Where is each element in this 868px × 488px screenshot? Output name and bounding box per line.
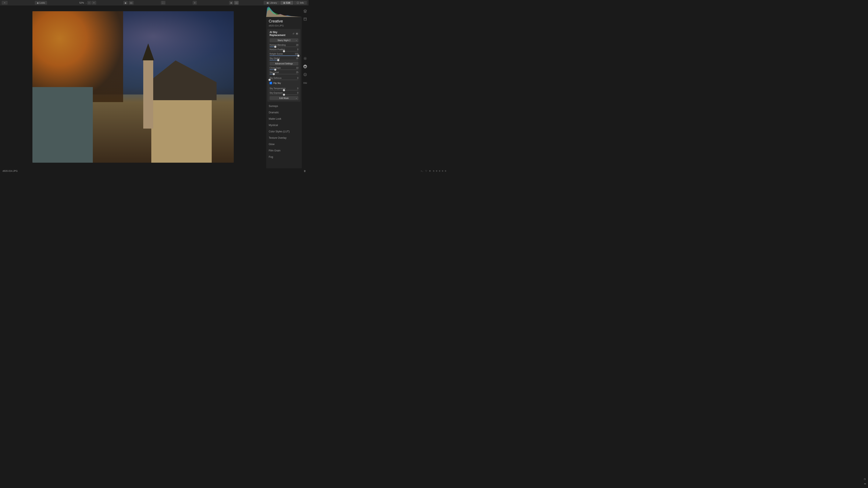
zoom-level[interactable]: 52% [79, 1, 85, 4]
tool-item-color-styles-lut-[interactable]: Color Styles (LUT) [266, 128, 302, 135]
bottom-filename: d920-014.JPG [3, 170, 18, 172]
info-icon: ⓘ [297, 1, 299, 4]
image-canvas[interactable] [0, 5, 266, 168]
canvas-icon[interactable] [303, 17, 307, 21]
histogram[interactable] [266, 5, 302, 17]
single-view-button[interactable]: ▭ [234, 1, 239, 5]
tool-item-sunrays[interactable]: Sunrays [266, 103, 302, 109]
tool-item-film-grain[interactable]: Film Grain [266, 148, 302, 154]
tab-info[interactable]: ⓘInfo [294, 1, 307, 5]
grid-icon: ⊞ [230, 2, 232, 4]
edit-mask-button[interactable]: Edit Mask [270, 96, 299, 100]
top-toolbar: ＋ ◉ Looks 52% ⌄ − ＋ ◉ ▯▯ ⛶ ⇪ ⊞ ▭ ▦Librar… [0, 0, 309, 5]
zoom-out-button[interactable]: − [87, 1, 91, 5]
trash-icon[interactable]: 🗑 [304, 170, 306, 172]
tool-item-matte-look[interactable]: Matte Look [266, 116, 302, 122]
sky-panel-title: AI Sky Replacement [270, 31, 292, 37]
slider-horizon-position[interactable]: Horizon Position0 [270, 48, 299, 52]
add-button[interactable]: ＋ [2, 1, 8, 5]
looks-button[interactable]: ◉ Looks [35, 1, 47, 5]
tab-library[interactable]: ▦Library [264, 1, 280, 5]
sky-preset-dropdown[interactable]: Starry Night 2 [270, 38, 299, 42]
crop-icon: ⛶ [162, 2, 164, 4]
svg-point-8 [305, 74, 305, 74]
library-icon: ▦ [267, 1, 269, 4]
panel-title: Creative [266, 17, 302, 24]
reset-icon[interactable]: ↺ [292, 32, 294, 35]
tool-item-texture-overlay[interactable]: Texture Overlay [266, 135, 302, 141]
svg-point-9 [306, 74, 306, 74]
export-icon: ⇪ [194, 2, 195, 4]
grid-view-button[interactable]: ⊞ [229, 1, 233, 5]
layers-icon[interactable] [303, 9, 307, 13]
pro-icon[interactable]: PRO [303, 80, 307, 85]
svg-point-7 [304, 73, 307, 76]
compare-button[interactable]: ▯▯ [129, 1, 134, 5]
zoom-in-button[interactable]: ＋ [92, 1, 96, 5]
eye-icon: ◉ [125, 2, 126, 4]
svg-rect-0 [304, 18, 306, 20]
bottom-bar: d920-014.JPG ○⌄ ♡ ✕ ★★★★★ 🗑 [0, 168, 309, 173]
tool-item-dramatic[interactable]: Dramatic [266, 109, 302, 116]
single-icon: ▭ [236, 2, 237, 4]
crop-button[interactable]: ⛶ [161, 1, 165, 5]
slider-relight-scene[interactable]: Relight Scene100 [270, 53, 299, 56]
svg-point-4 [304, 66, 305, 66]
ai-sky-replacement-panel: AI Sky Replacement ↺ ● Starry Night 2 Ho… [268, 29, 301, 102]
slider-sky-temperature[interactable]: Sky Temperature0 [270, 87, 299, 91]
tool-item-glow[interactable]: Glow [266, 141, 302, 148]
flip-sky-checkbox-row[interactable]: ✓ Flip Sky [270, 82, 299, 84]
slider-sky-defocus[interactable]: Sky Defocus0 [270, 77, 299, 80]
edited-image [32, 11, 234, 163]
compare-icon: ▯▯ [130, 2, 132, 4]
looks-label: Looks [39, 2, 45, 4]
tool-item-fog[interactable]: Fog [266, 154, 302, 160]
slider-close-gaps[interactable]: Close Gaps10 [270, 67, 299, 70]
essentials-icon[interactable] [303, 56, 307, 61]
panel-filename: d920-014.JPG [266, 24, 302, 29]
looks-icon: ◉ [37, 2, 39, 4]
advanced-settings-header[interactable]: Advanced Settings [270, 62, 299, 65]
flip-sky-checkbox[interactable]: ✓ [270, 82, 272, 84]
side-tool-rail: PRO [302, 5, 309, 168]
creative-icon[interactable] [303, 64, 307, 69]
slider-sky-exposure[interactable]: Sky Exposure0 [270, 92, 299, 95]
svg-point-5 [306, 66, 306, 66]
preview-button[interactable]: ◉ [123, 1, 128, 5]
tool-item-mystical[interactable]: Mystical [266, 122, 302, 128]
slider-sky-local[interactable]: Sky Local25 [270, 71, 299, 74]
portrait-icon[interactable] [303, 72, 307, 77]
svg-point-2 [305, 58, 306, 59]
panel-toggle[interactable]: ● [296, 32, 299, 35]
flip-sky-label: Flip Sky [273, 82, 281, 84]
tab-edit[interactable]: ⊟Edit [280, 1, 293, 5]
slider-horizon-blending[interactable]: Horizon Blending20 [270, 44, 299, 47]
sliders-icon: ⊟ [283, 1, 285, 4]
svg-point-6 [305, 65, 305, 66]
slider-sky-global[interactable]: Sky Global30 [270, 57, 299, 60]
export-button[interactable]: ⇪ [193, 1, 197, 5]
